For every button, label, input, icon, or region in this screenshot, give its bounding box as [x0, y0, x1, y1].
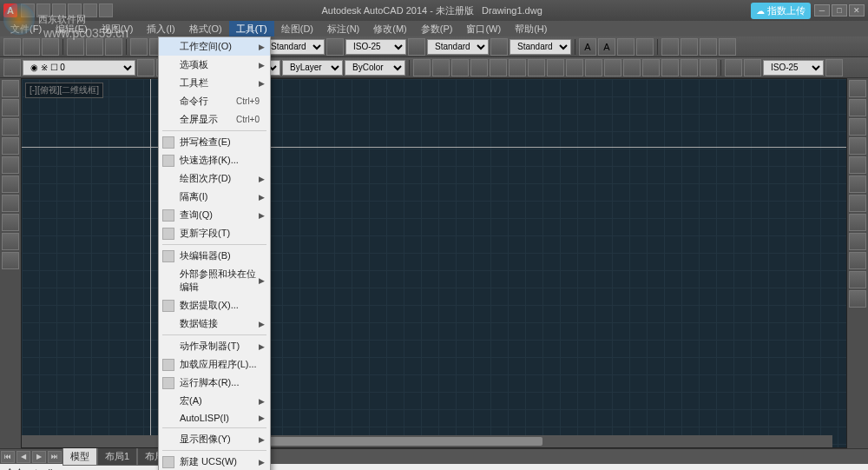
menu-item-2[interactable]: 工具栏▶: [159, 74, 270, 92]
tb-layer1-icon[interactable]: [137, 59, 155, 76]
tb-dim8-icon[interactable]: [547, 59, 564, 76]
tab-layout1[interactable]: 布局1: [97, 447, 137, 466]
layer-select[interactable]: ◉ ※ ☐ 0: [23, 60, 135, 76]
tb-dim9-icon[interactable]: [566, 59, 583, 76]
tb-dim3-icon[interactable]: [451, 59, 469, 76]
tool-copy-icon[interactable]: [849, 99, 866, 116]
tb-dim10-icon[interactable]: [585, 59, 602, 76]
drawing-canvas[interactable]: [-][俯视][二维线框]: [21, 78, 847, 448]
tab-prev[interactable]: ◀: [16, 451, 30, 463]
tb-layer-mgr-icon[interactable]: [3, 59, 21, 76]
qat-save[interactable]: [52, 3, 66, 17]
tb-a3-icon[interactable]: [490, 38, 508, 56]
style-select-3[interactable]: Standard: [510, 39, 571, 55]
tb-cut-icon[interactable]: [67, 38, 84, 56]
menu-7[interactable]: 标注(N): [320, 21, 366, 36]
tb-mtext-icon[interactable]: A: [598, 38, 615, 56]
tab-first[interactable]: ⏮: [1, 451, 15, 463]
tb-dim1-icon[interactable]: [413, 59, 431, 76]
tb-dim13-icon[interactable]: [642, 59, 660, 76]
menu-item-9[interactable]: 隔离(I)▶: [159, 188, 270, 206]
menu-item-15[interactable]: 数据提取(X)...: [159, 296, 270, 314]
tab-next[interactable]: ▶: [32, 451, 46, 463]
menu-item-22[interactable]: AutoLISP(I)▶: [159, 410, 270, 426]
menu-item-7[interactable]: 快速选择(K)...: [159, 151, 270, 169]
tb-new-icon[interactable]: [3, 38, 21, 56]
menu-item-4[interactable]: 全屏显示Ctrl+0: [159, 110, 270, 129]
tb-dim12-icon[interactable]: [623, 59, 641, 76]
menu-8[interactable]: 修改(M): [366, 21, 414, 36]
menu-item-26[interactable]: 新建 UCS(W)▶: [159, 453, 270, 470]
tool-dim-icon[interactable]: [2, 233, 19, 250]
tb-dim2-icon[interactable]: [432, 59, 450, 76]
tool-hatch-icon[interactable]: [2, 195, 19, 212]
lineweight-select[interactable]: ByColor: [345, 60, 405, 76]
tb-dim16-icon[interactable]: [700, 59, 717, 76]
menu-item-11[interactable]: 更新字段(T): [159, 224, 270, 242]
tab-model[interactable]: 模型: [62, 447, 97, 466]
qat-undo[interactable]: [68, 3, 82, 17]
menu-item-20[interactable]: 运行脚本(R)...: [159, 374, 270, 392]
dimstyle2-select[interactable]: ISO-25: [763, 60, 824, 76]
tool-rect-icon[interactable]: [2, 156, 19, 174]
menu-item-1[interactable]: 选项板▶: [159, 56, 270, 74]
tb-misc2-icon[interactable]: [681, 38, 698, 56]
tb-dim18-icon[interactable]: [744, 59, 761, 76]
maximize-button[interactable]: □: [832, 4, 847, 17]
tb-copy-icon[interactable]: [86, 38, 103, 56]
menu-item-13[interactable]: 块编辑器(B): [159, 247, 270, 265]
menu-item-8[interactable]: 绘图次序(D)▶: [159, 169, 270, 188]
tool-extend-icon[interactable]: [849, 195, 866, 212]
menu-3[interactable]: 插入(I): [140, 21, 181, 36]
qat-print[interactable]: [99, 3, 113, 17]
style-select-1[interactable]: Standard: [263, 39, 325, 55]
style-select-2[interactable]: Standard: [427, 39, 489, 55]
menu-4[interactable]: 格式(O): [182, 21, 229, 36]
close-button[interactable]: ✕: [849, 4, 865, 17]
tool-mirror-icon[interactable]: [849, 137, 866, 155]
tool-text-icon[interactable]: [2, 214, 19, 231]
tb-dim14-icon[interactable]: [661, 59, 679, 76]
menu-item-21[interactable]: 宏(A)▶: [159, 392, 270, 410]
tb-leader-icon[interactable]: [617, 38, 635, 56]
tb-paste-icon[interactable]: [105, 38, 122, 56]
tool-trim-icon[interactable]: [849, 175, 866, 193]
tool-ellipse-icon[interactable]: [2, 175, 19, 193]
menu-9[interactable]: 参数(P): [414, 21, 460, 36]
qat-new[interactable]: [21, 3, 35, 17]
tb-open-icon[interactable]: [23, 38, 40, 56]
linetype-select[interactable]: ByLayer: [282, 60, 343, 76]
tb-misc4-icon[interactable]: [719, 38, 736, 56]
tool-arc-icon[interactable]: [2, 137, 19, 155]
tb-text-icon[interactable]: A: [579, 38, 596, 56]
tool-offset-icon[interactable]: [849, 252, 866, 269]
menu-item-6[interactable]: 拼写检查(E): [159, 133, 270, 151]
menu-item-19[interactable]: 加载应用程序(L)...: [159, 355, 270, 374]
menu-item-3[interactable]: 命令行Ctrl+9: [159, 92, 270, 110]
tool-table-icon[interactable]: [2, 252, 19, 269]
menu-item-14[interactable]: 外部参照和块在位编辑▶: [159, 265, 270, 296]
menu-item-10[interactable]: 查询(Q)▶: [159, 206, 270, 224]
menu-10[interactable]: 窗口(W): [459, 21, 508, 36]
tb-save-icon[interactable]: [42, 38, 59, 56]
tb-dim6-icon[interactable]: [509, 59, 526, 76]
tool-fillet-icon[interactable]: [849, 214, 866, 231]
tb-dim11-icon[interactable]: [604, 59, 621, 76]
menu-item-16[interactable]: 数据链接▶: [159, 314, 270, 333]
tool-scale-icon[interactable]: [849, 156, 866, 174]
tb-dim4-icon[interactable]: [470, 59, 488, 76]
canvas-scroll[interactable]: [22, 435, 832, 447]
tab-last[interactable]: ⏭: [48, 451, 62, 463]
tb-dim15-icon[interactable]: [681, 59, 698, 76]
menu-item-18[interactable]: 动作录制器(T)▶: [159, 337, 270, 355]
tool-line-icon[interactable]: [2, 80, 19, 97]
tb-dim7-icon[interactable]: [528, 59, 545, 76]
minimize-button[interactable]: ─: [814, 4, 830, 17]
menu-0[interactable]: 文件(F): [3, 21, 49, 36]
dimstyle-select[interactable]: ISO-25: [345, 39, 406, 55]
menu-item-0[interactable]: 工作空间(O)▶: [159, 37, 270, 56]
menu-item-24[interactable]: 显示图像(Y)▶: [159, 430, 270, 448]
menu-5[interactable]: 工具(T): [229, 21, 274, 36]
tb-dim19-icon[interactable]: [825, 59, 843, 76]
viewport-label[interactable]: [-][俯视][二维线框]: [25, 83, 103, 98]
